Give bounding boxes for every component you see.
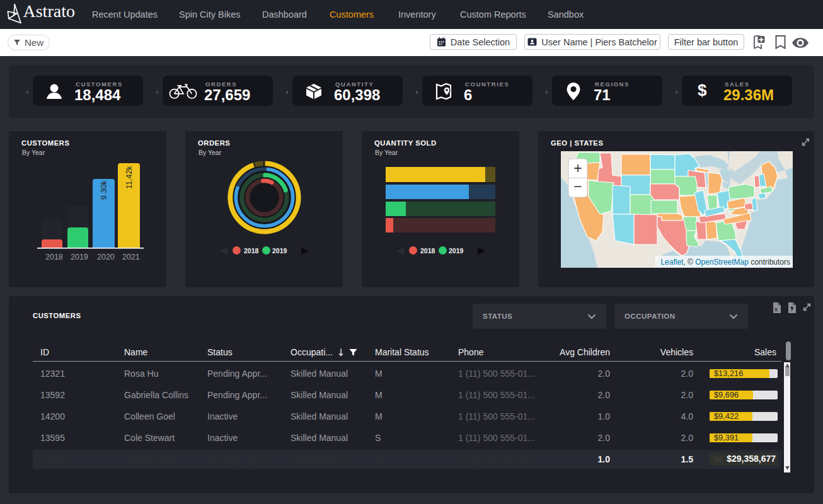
- svg-text:11.42k: 11.42k: [125, 166, 134, 189]
- svg-text:+: +: [573, 160, 582, 176]
- svg-text:−: −: [573, 178, 582, 195]
- svg-text:9.30k: 9.30k: [100, 180, 108, 200]
- svg-text:x: x: [774, 306, 778, 312]
- svg-text:Leaflet, © OpenStreetMap contr: Leaflet, © OpenStreetMap contributors: [660, 258, 790, 266]
